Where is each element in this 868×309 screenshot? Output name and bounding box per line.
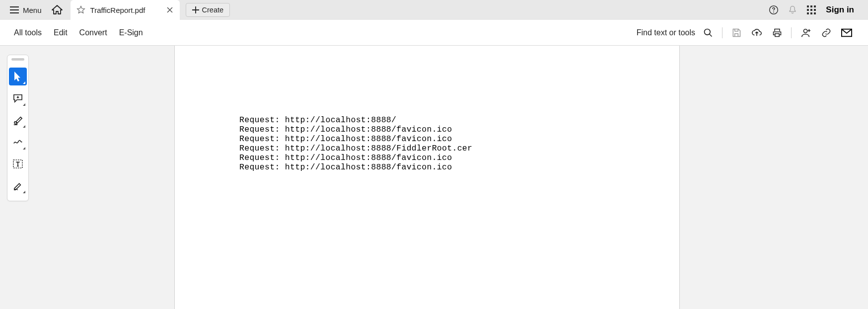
svg-rect-6 [810,9,812,11]
svg-rect-4 [814,5,816,7]
body-area: Request: http://localhost:8888/ Request:… [0,46,868,309]
document-viewport[interactable]: Request: http://localhost:8888/ Request:… [175,46,868,309]
help-button[interactable] [764,2,783,18]
svg-rect-8 [807,12,809,14]
hamburger-icon [10,6,19,13]
separator [722,27,723,38]
menu-button[interactable]: Menu [5,3,47,17]
textbox-tool[interactable] [9,155,27,173]
sign-tool[interactable] [9,177,27,195]
plus-icon [192,6,199,13]
select-tool[interactable] [9,68,27,85]
cursor-icon [13,71,22,82]
toolbar-esign[interactable]: E-Sign [113,24,149,41]
close-icon [167,7,173,13]
highlighter-icon [13,115,23,125]
home-button[interactable] [49,2,66,18]
find-label: Find text or tools [637,28,695,37]
print-icon [772,28,782,38]
help-icon [769,5,779,15]
document-tab[interactable]: TrafficReport.pdf [71,0,180,20]
notifications-button[interactable] [783,2,802,18]
person-plus-icon [800,28,811,38]
toolbar-edit[interactable]: Edit [48,24,73,41]
pdf-page: Request: http://localhost:8888/ Request:… [175,46,679,309]
panel-drag-handle[interactable] [11,58,24,61]
create-button[interactable]: Create [186,3,230,17]
save-button[interactable] [726,25,746,41]
apps-button[interactable] [802,2,821,18]
svg-rect-5 [807,9,809,11]
toolbar-convert[interactable]: Convert [73,24,113,41]
link-button[interactable] [816,25,836,41]
svg-point-12 [803,29,807,32]
home-icon [52,5,63,15]
create-label: Create [202,6,224,14]
svg-rect-3 [810,5,812,7]
bell-icon [788,5,797,15]
svg-rect-9 [810,12,812,14]
add-people-button[interactable] [796,25,816,41]
textbox-icon [13,159,23,168]
save-icon [731,28,741,38]
tab-close-button[interactable] [165,5,175,15]
window-topbar: Menu TrafficReport.pdf Create Sign in [0,0,868,20]
menu-label: Menu [23,6,42,14]
star-icon [76,5,85,14]
apps-grid-icon [806,5,816,15]
signin-button[interactable]: Sign in [821,2,861,18]
find-button[interactable] [698,25,718,41]
highlight-tool[interactable] [9,111,27,129]
svg-rect-2 [807,5,809,7]
svg-point-1 [773,11,774,12]
link-icon [821,28,831,38]
document-text: Request: http://localhost:8888/ Request:… [239,115,679,172]
tab-title: TrafficReport.pdf [90,6,160,14]
draw-tool[interactable] [9,133,27,151]
right-gutter [679,46,868,309]
svg-rect-7 [814,9,816,11]
signature-icon [13,181,23,190]
search-icon [703,28,713,38]
email-button[interactable] [836,25,857,40]
cloud-upload-button[interactable] [746,25,767,41]
toolbar-all-tools[interactable]: All tools [8,24,48,41]
svg-rect-10 [814,12,816,14]
print-button[interactable] [767,25,787,41]
separator [791,27,792,38]
cloud-upload-icon [751,28,762,38]
left-gutter [0,46,175,309]
mail-icon [841,28,852,37]
quick-tools-panel [7,55,29,201]
main-toolbar: All tools Edit Convert E-Sign Find text … [0,20,868,46]
comment-plus-icon [13,94,23,103]
comment-tool[interactable] [9,89,27,107]
svg-point-11 [705,29,711,35]
freehand-icon [13,138,23,147]
